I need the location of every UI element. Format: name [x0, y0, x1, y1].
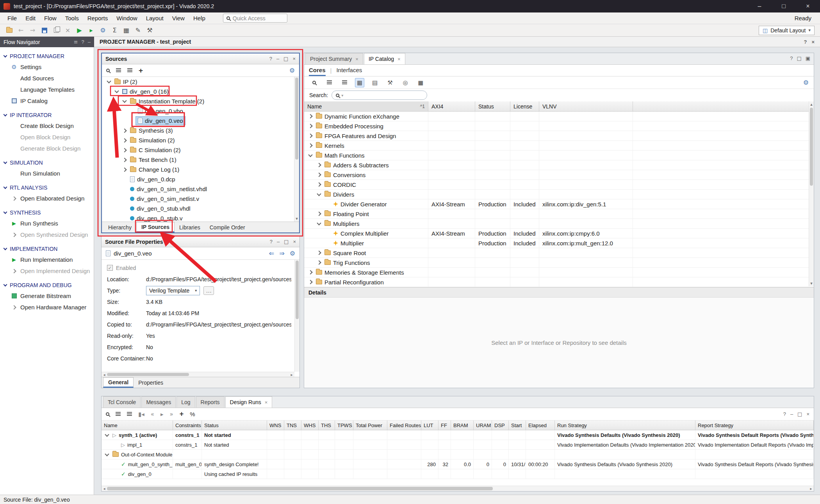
float-panel-icon[interactable]: □ [283, 56, 288, 62]
menu-layout[interactable]: Layout [142, 12, 168, 24]
tab-interfaces[interactable]: Interfaces [336, 65, 362, 76]
chevron-right-icon[interactable] [316, 163, 322, 167]
scroll-left-icon[interactable]: ◂ [102, 372, 107, 377]
flow-item-ip-catalog[interactable]: IP Catalog [0, 95, 94, 106]
flow-item-language-templates[interactable]: Language Templates [0, 84, 94, 95]
scrollbar-thumb[interactable] [296, 261, 299, 319]
chevron-right-icon[interactable] [121, 129, 128, 132]
chevron-right-icon[interactable] [307, 115, 314, 118]
tab-ip-sources[interactable]: IP Sources [136, 222, 175, 232]
tree-item-div-gen-0-sim-netlist-vhdl[interactable]: div_gen_0_sim_netlist.vhdl [102, 184, 299, 194]
column-header-run-strategy[interactable]: Run Strategy [555, 421, 695, 430]
minimize-panel-icon[interactable]: – [277, 239, 280, 245]
run-row-mult-gen-0-synth-1[interactable]: ✓mult_gen_0_synth_1mult_gen_0synth_desig… [102, 460, 814, 469]
catalog-row-divider-generator[interactable]: Divider GeneratorAXI4-StreamProductionIn… [304, 199, 814, 209]
flow-item-open-elaborated-design[interactable]: Open Elaborated Design [0, 193, 94, 204]
enabled-checkbox[interactable]: ✓ [107, 265, 113, 271]
add-sources-icon[interactable]: + [139, 66, 143, 75]
chevron-right-icon[interactable] [121, 158, 128, 161]
flow-item-open-implemented-design[interactable]: Open Implemented Design [0, 265, 94, 277]
close-tab-icon[interactable]: × [398, 56, 401, 62]
catalog-row-kernels[interactable]: Kernels [304, 141, 814, 151]
help-icon[interactable]: ? [783, 411, 786, 417]
menu-edit[interactable]: Edit [21, 12, 40, 24]
settings-icon[interactable]: ⚙ [98, 25, 108, 35]
scroll-left-icon[interactable]: ◂ [102, 486, 107, 491]
sources-scrollbar[interactable]: ▾ [294, 77, 299, 222]
tab-hierarchy[interactable]: Hierarchy [103, 222, 136, 232]
expand-all-icon[interactable] [127, 412, 132, 416]
percent-icon[interactable]: % [190, 411, 195, 417]
search-icon[interactable] [106, 69, 110, 72]
close-tab-icon[interactable]: × [265, 399, 268, 405]
close-panel-icon[interactable]: × [806, 411, 809, 417]
chevron-down-icon[interactable] [121, 100, 128, 102]
column-header-failed-routes[interactable]: Failed Routes [387, 421, 421, 430]
flow-item-settings[interactable]: ⚙Settings [0, 61, 94, 73]
float-panel-icon[interactable]: □ [797, 411, 802, 417]
float-panel-icon[interactable]: □ [797, 55, 801, 61]
catalog-row-multipliers[interactable]: Multipliers [304, 219, 814, 229]
column-header-tns[interactable]: TNS [284, 421, 301, 430]
column-header-status[interactable]: Status [475, 101, 510, 111]
redo-icon[interactable]: → [27, 25, 38, 35]
flow-item-open-synthesized-design[interactable]: Open Synthesized Design [0, 229, 94, 240]
close-icon[interactable]: × [811, 39, 815, 45]
scrollbar-thumb[interactable] [810, 108, 813, 186]
column-header-ff[interactable]: FF [439, 421, 451, 430]
tab-reports[interactable]: Reports [196, 396, 225, 408]
help-icon[interactable]: ? [790, 55, 793, 61]
runs-hscrollbar[interactable]: ◂ ▸ [102, 486, 814, 491]
column-header-status[interactable]: Status [202, 421, 267, 430]
tab-ip-catalog[interactable]: IP Catalog× [364, 53, 405, 64]
flow-item-open-block-design[interactable]: Open Block Design [0, 131, 94, 143]
tree-item-div-gen-0-dcp[interactable]: div_gen_0.dcp [102, 174, 299, 184]
flow-section-synthesis[interactable]: SYNTHESIS [0, 206, 94, 218]
maximize-button[interactable]: □ [772, 0, 796, 12]
run-row-out-of-context-module-runs[interactable]: Out-of-Context Module Runs [102, 450, 814, 460]
menu-window[interactable]: Window [112, 12, 141, 24]
step-back-icon[interactable]: « [151, 411, 154, 418]
more-button[interactable]: … [203, 286, 214, 295]
scroll-down-icon[interactable]: ▾ [294, 216, 299, 221]
chevron-right-icon[interactable] [307, 144, 314, 147]
column-header-constraints[interactable]: Constraints [173, 421, 202, 430]
copy-icon[interactable] [51, 25, 61, 35]
tree-item-ip-2[interactable]: IP (2) [102, 77, 299, 87]
catalog-row-dynamic-function-exchange[interactable]: Dynamic Function eXchange [304, 112, 814, 121]
minimize-panel-icon[interactable]: – [790, 411, 793, 417]
gear-icon[interactable]: ⚙ [803, 79, 809, 86]
minimize-panel-icon[interactable]: – [276, 56, 279, 62]
chevron-right-icon[interactable] [316, 261, 322, 264]
column-header-lut[interactable]: LUT [421, 421, 439, 430]
tree-item-test-bench-1[interactable]: Test Bench (1) [102, 155, 299, 165]
layout-selector[interactable]: ◫ Default Layout ▾ [759, 26, 815, 35]
tree-item-div-gen-0-16[interactable]: div_gen_0 (16) [102, 87, 299, 96]
flow-section-program-and-debug[interactable]: PROGRAM AND DEBUG [0, 279, 94, 290]
forward-icon[interactable]: ⇒ [279, 250, 284, 257]
tab-general[interactable]: General [103, 377, 134, 388]
save-icon[interactable] [39, 25, 50, 35]
column-header-bram[interactable]: BRAM [451, 421, 474, 430]
chevron-right-icon[interactable] [121, 139, 128, 142]
flow-section-simulation[interactable]: SIMULATION [0, 156, 94, 168]
minimize-panel-icon[interactable]: – [88, 39, 91, 45]
expand-all-icon[interactable] [342, 80, 347, 85]
tab-log[interactable]: Log [176, 396, 195, 408]
scroll-up-icon[interactable]: ▴ [809, 102, 814, 107]
search-icon[interactable] [106, 412, 109, 416]
expand-all-icon[interactable] [127, 68, 132, 73]
catalog-row-embedded-processing[interactable]: Embedded Processing [304, 121, 814, 131]
column-header-total-power[interactable]: Total Power [353, 421, 387, 430]
column-header-name[interactable]: Name^1 [304, 101, 428, 111]
step-icon[interactable]: ▸ [86, 25, 96, 35]
column-header-wns[interactable]: WNS [267, 421, 284, 430]
tab-libraries[interactable]: Libraries [175, 222, 205, 232]
chevron-down-icon[interactable] [104, 434, 110, 436]
close-tab-icon[interactable]: × [355, 56, 358, 62]
tab-design-runs[interactable]: Design Runs× [225, 396, 273, 408]
customize-icon[interactable]: ⚒ [385, 78, 395, 87]
chevron-down-icon[interactable] [114, 91, 120, 92]
tree-item-div-gen-0-stub-vhdl[interactable]: div_gen_0_stub.vhdl [102, 204, 299, 213]
gear-icon[interactable]: ⚙ [290, 250, 295, 257]
